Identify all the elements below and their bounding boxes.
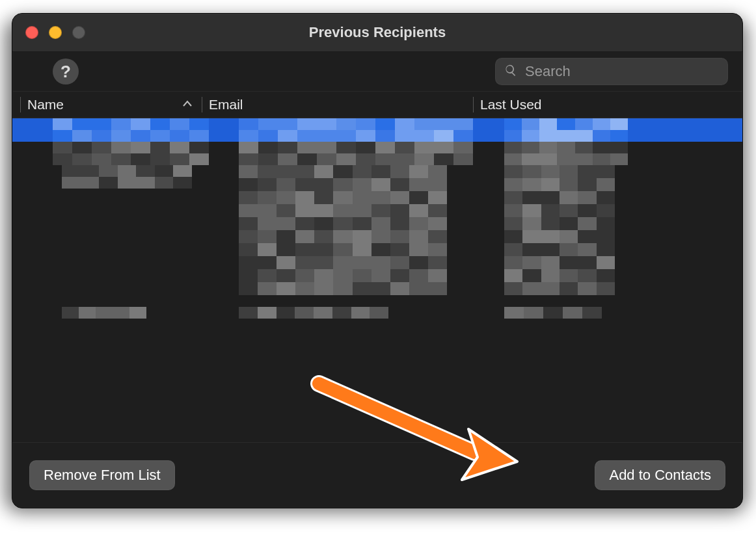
redacted-content — [239, 307, 388, 319]
help-button[interactable]: ? — [53, 59, 79, 85]
remove-from-list-button[interactable]: Remove From List — [29, 460, 175, 490]
window-titlebar: Previous Recipients — [12, 14, 742, 52]
redacted-content — [504, 165, 615, 295]
traffic-lights — [25, 26, 85, 39]
redacted-content — [53, 142, 209, 165]
redacted-content — [239, 142, 473, 165]
close-window-button[interactable] — [25, 26, 38, 39]
add-to-contacts-button[interactable]: Add to Contacts — [595, 460, 725, 490]
minimize-window-button[interactable] — [49, 26, 62, 39]
column-header-email[interactable]: Email — [209, 97, 473, 112]
redacted-content — [239, 165, 447, 295]
zoom-window-button[interactable] — [72, 26, 85, 39]
window-title: Previous Recipients — [12, 14, 742, 51]
redacted-content — [239, 118, 473, 142]
column-header-name[interactable]: Name — [27, 97, 202, 112]
column-header-last-used[interactable]: Last Used — [480, 97, 735, 112]
previous-recipients-window: Previous Recipients ? Name — [12, 13, 743, 508]
footer: Remove From List Add to Contacts — [12, 442, 742, 508]
search-icon — [504, 64, 517, 79]
help-icon: ? — [61, 62, 71, 82]
redacted-content — [504, 118, 628, 142]
search-field[interactable] — [495, 58, 728, 85]
redacted-content — [504, 142, 628, 165]
redacted-content — [62, 307, 146, 319]
redacted-content — [504, 307, 602, 319]
sort-indicator-icon — [182, 97, 193, 112]
table-header: Name Email Last Used — [12, 92, 742, 118]
search-input[interactable] — [524, 62, 719, 81]
redacted-content — [53, 118, 209, 142]
toolbar: ? — [12, 52, 742, 92]
recipients-table[interactable] — [12, 118, 742, 442]
redacted-content — [62, 165, 192, 189]
